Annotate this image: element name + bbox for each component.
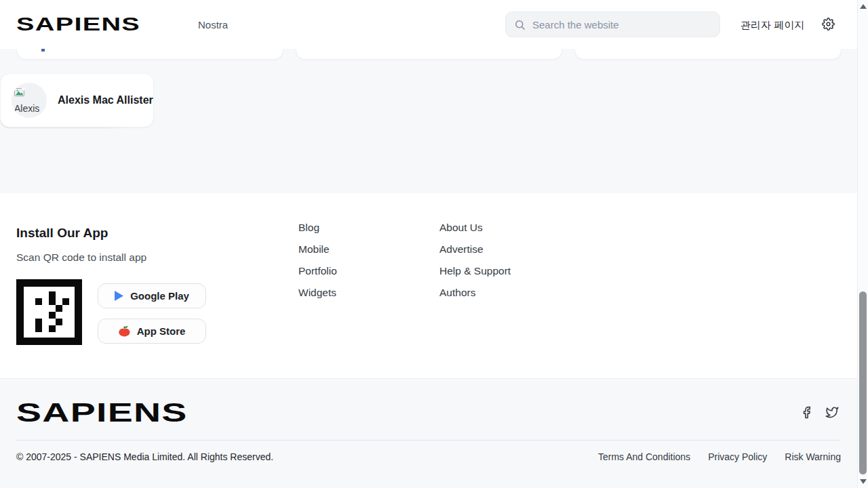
footer-logo[interactable]: SAPIENS	[16, 398, 321, 428]
footer-link[interactable]: Mobile	[298, 243, 337, 265]
legal-link[interactable]: Privacy Policy	[708, 451, 767, 462]
search-icon	[514, 19, 526, 30]
facebook-icon[interactable]	[800, 406, 813, 419]
copyright-text: © 2007-2025 - SAPIENS Media Limited. All…	[16, 451, 273, 462]
footer-link[interactable]: Authors	[439, 287, 511, 308]
footer-link[interactable]: Portfolio	[298, 265, 337, 287]
app-store-label: App Store	[137, 325, 186, 337]
admin-page-link[interactable]: 관리자 페이지	[741, 19, 804, 32]
footer: Install Our App Scan QR code to install …	[0, 193, 857, 378]
page: SAPIENS Nostra 관리자 페이지 Phil Foden Phil F…	[0, 0, 868, 488]
apple-icon	[119, 325, 130, 337]
search-input[interactable]	[532, 19, 711, 30]
google-play-label: Google Play	[130, 290, 189, 302]
qr-pattern	[28, 291, 69, 332]
install-app-title: Install Our App	[16, 226, 108, 241]
avatar-alt-text: Alexis Mac Allister	[14, 103, 43, 118]
player-name: Alexis Mac Allister	[58, 94, 153, 106]
legal-links: Terms And ConditionsPrivacy PolicyRisk W…	[598, 451, 841, 462]
search-bar[interactable]	[505, 12, 720, 37]
player-card[interactable]: Alexis Mac Allister Alexis Mac Allister	[0, 73, 154, 127]
header-logo[interactable]: SAPIENS	[16, 14, 186, 35]
footer-link[interactable]: About Us	[439, 222, 511, 243]
footer-link[interactable]: Widgets	[298, 287, 337, 308]
qr-code	[16, 279, 82, 345]
scrollbar[interactable]	[857, 0, 868, 488]
footer-link[interactable]: Blog	[298, 222, 337, 243]
scrollbar-thumb[interactable]	[859, 291, 867, 474]
scroll-up-icon[interactable]	[860, 4, 867, 9]
avatar: Alexis Mac Allister	[12, 83, 47, 118]
cutoff-content-fragment	[41, 49, 45, 52]
broken-image-icon	[14, 86, 24, 101]
subfooter: SAPIENS © 2007-2025 - SAPIENS Media Limi…	[0, 378, 857, 488]
play-icon	[115, 291, 123, 301]
footer-links-primary: BlogMobilePortfolioWidgets	[298, 222, 337, 308]
footer-link[interactable]: Advertise	[439, 243, 511, 265]
legal-link[interactable]: Risk Warning	[785, 451, 841, 462]
header: SAPIENS Nostra 관리자 페이지	[0, 0, 857, 49]
settings-gear-icon[interactable]	[822, 18, 835, 31]
footer-link[interactable]: Help & Support	[439, 265, 511, 287]
app-store-button[interactable]: App Store	[98, 319, 206, 344]
site-name-label: Nostra	[198, 19, 228, 30]
google-play-button[interactable]: Google Play	[98, 283, 206, 308]
legal-link[interactable]: Terms And Conditions	[598, 451, 690, 462]
install-app-subtitle: Scan QR code to install app	[16, 251, 146, 264]
twitter-icon[interactable]	[825, 406, 839, 419]
footer-links-secondary: About UsAdvertiseHelp & SupportAuthors	[439, 222, 511, 308]
footer-divider	[16, 440, 841, 441]
social-links	[800, 406, 839, 419]
scroll-down-icon[interactable]	[860, 479, 867, 484]
